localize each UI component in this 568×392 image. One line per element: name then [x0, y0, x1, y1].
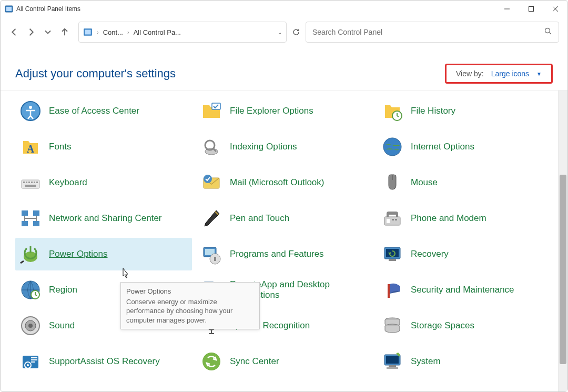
item-label: Sync Center	[230, 356, 279, 367]
chevron-down-icon: ▼	[536, 71, 542, 77]
control-panel-item[interactable]: Storage Spaces	[377, 309, 554, 342]
scroll-area[interactable]: Ease of Access CenterFile Explorer Optio…	[1, 91, 558, 391]
control-panel-item[interactable]: Pen and Touch	[196, 202, 373, 235]
svg-rect-34	[33, 221, 39, 226]
item-label: Pen and Touch	[230, 213, 289, 224]
sound-icon	[19, 315, 42, 337]
svg-rect-20	[22, 180, 39, 188]
svg-rect-46	[389, 259, 396, 261]
item-label: File Explorer Options	[230, 106, 313, 116]
svg-rect-25	[34, 182, 35, 183]
control-panel-item[interactable]: System	[377, 345, 554, 378]
item-label: Keyboard	[49, 177, 87, 188]
region-icon	[19, 279, 42, 301]
svg-rect-36	[387, 219, 390, 223]
control-panel-item[interactable]: Sync Center	[196, 345, 373, 378]
svg-rect-22	[26, 182, 27, 183]
control-panel-item[interactable]: Ease of Access Center	[15, 95, 192, 127]
breadcrumb-control-panel[interactable]: Cont...	[103, 28, 123, 36]
maximize-button[interactable]	[519, 1, 543, 17]
control-panel-item[interactable]: Security and Maintenance	[377, 274, 554, 306]
svg-rect-37	[392, 219, 394, 220]
control-panel-item[interactable]: SupportAssist OS Recovery	[15, 345, 192, 378]
svg-rect-7	[85, 30, 90, 35]
forward-button[interactable]	[26, 27, 36, 37]
tooltip-title: Power Options	[126, 287, 254, 296]
control-panel-item[interactable]: Programs and Features	[196, 238, 373, 270]
control-panel-item[interactable]: Indexing Options	[196, 130, 373, 163]
control-panel-item[interactable]: Mouse	[377, 166, 554, 199]
ease-of-access-icon	[19, 100, 42, 122]
control-panel-item[interactable]: Keyboard	[15, 166, 192, 199]
svg-text:A: A	[27, 143, 35, 155]
scrollbar-thumb[interactable]	[560, 175, 566, 364]
address-dropdown-icon[interactable]: ⌄	[278, 29, 282, 35]
control-panel-icon	[83, 27, 93, 37]
power-options-icon	[19, 243, 42, 265]
search-icon	[544, 27, 552, 37]
page-heading: Adjust your computer's settings	[15, 67, 176, 81]
network-sharing-icon	[19, 207, 42, 229]
item-label: Mail (Microsoft Outlook)	[230, 177, 324, 188]
search-box[interactable]	[306, 22, 559, 43]
svg-rect-21	[23, 182, 25, 183]
control-panel-item[interactable]: Network and Sharing Center	[15, 202, 192, 235]
item-label: Power Options	[49, 249, 108, 259]
refresh-button[interactable]	[291, 28, 301, 36]
pointer-cursor-icon	[119, 267, 130, 280]
programs-features-icon	[200, 243, 222, 265]
item-label: Programs and Features	[230, 249, 324, 259]
svg-rect-27	[25, 185, 36, 187]
back-button[interactable]	[9, 27, 19, 37]
close-button[interactable]	[543, 1, 567, 17]
window-title: All Control Panel Items	[16, 5, 80, 13]
viewby-label: View by:	[456, 69, 484, 78]
svg-rect-31	[22, 210, 28, 216]
phone-modem-icon	[381, 207, 403, 229]
supportassist-icon	[19, 350, 42, 373]
item-label: Storage Spaces	[411, 320, 474, 331]
item-label: Indexing Options	[230, 142, 297, 152]
sync-center-icon	[200, 350, 222, 373]
svg-point-8	[545, 28, 550, 33]
svg-rect-23	[28, 182, 30, 183]
item-label: Ease of Access Center	[49, 106, 139, 116]
nav-buttons	[9, 27, 70, 37]
control-panel-item[interactable]: Power Options	[15, 238, 192, 270]
mouse-icon	[381, 172, 403, 194]
window-controls	[495, 1, 567, 17]
view-by-dropdown[interactable]: View by: Large icons ▼	[445, 64, 553, 84]
svg-point-53	[28, 324, 33, 328]
file-explorer-options-icon	[200, 100, 222, 122]
recent-locations-button[interactable]	[43, 27, 53, 37]
svg-point-29	[204, 175, 212, 183]
svg-rect-3	[529, 7, 534, 12]
content-header: Adjust your computer's settings View by:…	[1, 47, 567, 90]
recovery-icon	[381, 243, 403, 265]
viewby-value: Large icons	[491, 69, 529, 78]
control-panel-item[interactable]: Recovery	[377, 238, 554, 270]
control-panel-item[interactable]: Phone and Modem	[377, 202, 554, 235]
control-panel-item[interactable]: File Explorer Options	[196, 95, 373, 127]
control-panel-item[interactable]: AFonts	[15, 130, 192, 163]
item-label: System	[411, 356, 441, 367]
search-input[interactable]	[312, 28, 544, 36]
minimize-button[interactable]	[495, 1, 519, 17]
vertical-scrollbar[interactable]	[558, 91, 567, 391]
control-panel-item[interactable]: File History	[377, 95, 554, 127]
item-label: File History	[411, 106, 455, 116]
item-label: Sound	[49, 320, 75, 331]
svg-point-11	[29, 106, 32, 109]
svg-point-59	[27, 364, 29, 366]
svg-rect-63	[389, 365, 396, 367]
control-panel-item[interactable]: Internet Options	[377, 130, 554, 163]
item-label: Region	[49, 285, 77, 295]
svg-rect-1	[6, 7, 12, 11]
breadcrumb-all-items[interactable]: All Control Pa...	[134, 28, 181, 36]
items-grid: Ease of Access CenterFile Explorer Optio…	[15, 95, 554, 378]
navigation-toolbar: › Cont... › All Control Pa... ⌄	[1, 17, 567, 47]
item-label: Internet Options	[411, 142, 474, 152]
control-panel-item[interactable]: Mail (Microsoft Outlook)	[196, 166, 373, 199]
address-bar[interactable]: › Cont... › All Control Pa... ⌄	[78, 22, 287, 43]
up-button[interactable]	[59, 27, 70, 37]
